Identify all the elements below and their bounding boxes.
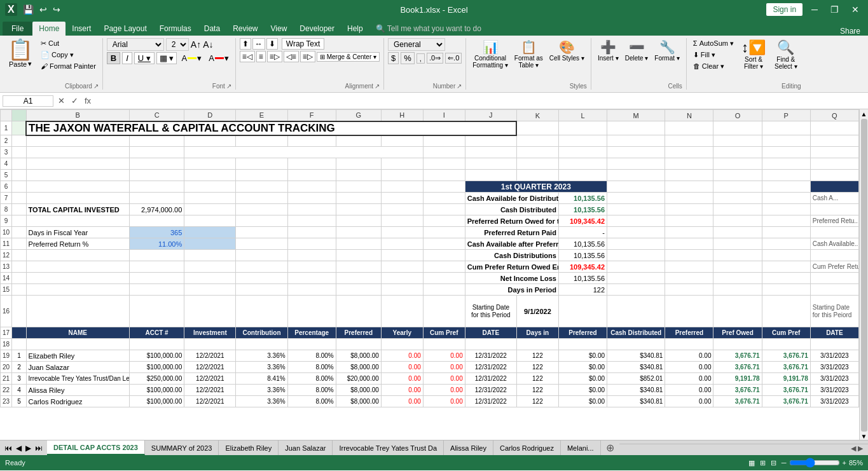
cell-j20[interactable]: 12/31/2022 [465, 362, 516, 373]
bold-button[interactable]: B [107, 52, 120, 64]
add-sheet-button[interactable]: ⊕ [601, 442, 619, 454]
cell-b18[interactable] [26, 339, 129, 350]
cell-i8[interactable] [423, 204, 465, 215]
comma-button[interactable]: , [417, 53, 425, 64]
sheet-tab-juan[interactable]: Juan Salazar [279, 440, 333, 455]
insert-button[interactable]: ➕ Insert ▾ [595, 38, 621, 63]
cell-c14[interactable] [129, 273, 184, 284]
cell-b11-label[interactable]: Preferred Return % [26, 238, 129, 250]
cell-e7[interactable] [236, 193, 287, 204]
cell-g23[interactable]: $8,000.00 [336, 396, 381, 407]
cell-c17-hdr[interactable]: ACCT # [129, 327, 184, 339]
cell-q11[interactable]: Cash Available... [810, 238, 858, 250]
cell-b10-label[interactable]: Days in Fiscal Year [26, 227, 129, 238]
cell-b12[interactable] [26, 250, 129, 261]
cell-p6[interactable] [762, 181, 810, 193]
name-box[interactable] [3, 95, 53, 107]
view-page-break-icon[interactable]: ⊟ [771, 459, 776, 467]
fill-color-button[interactable]: A ▾ [179, 53, 204, 64]
cell-a8[interactable] [12, 204, 26, 215]
cell-e10[interactable] [236, 227, 287, 238]
cell-p19[interactable]: 3,676.71 [762, 350, 810, 362]
cell-c13[interactable] [129, 261, 184, 273]
sheet-tab-melani[interactable]: Melani... [561, 440, 601, 455]
cell-n5[interactable] [665, 170, 713, 181]
increase-decimal-button[interactable]: .0⇒ [427, 53, 443, 64]
cell-h9[interactable] [381, 215, 423, 227]
cell-f9[interactable] [287, 215, 336, 227]
cell-h11[interactable] [381, 238, 423, 250]
cell-q3[interactable] [810, 147, 858, 158]
cell-b15[interactable] [26, 284, 129, 296]
sheet-tab-summary[interactable]: SUMMARY of 2023 [145, 440, 219, 455]
next-sheet-button[interactable]: ▶ [24, 444, 33, 453]
cell-o12[interactable] [713, 250, 762, 261]
cell-o21[interactable]: 9,191.78 [713, 373, 762, 385]
decrease-decimal-button[interactable]: ⇐.0 [445, 53, 462, 64]
cell-q21[interactable]: 3/31/2023 [810, 373, 858, 385]
cell-d20[interactable]: 12/2/2021 [184, 362, 236, 373]
cell-p13[interactable] [762, 261, 810, 273]
cell-j13-label[interactable]: Cum Prefer Return Owed End Of Period [465, 261, 558, 273]
cell-l12-val[interactable]: 10,135.56 [558, 250, 607, 261]
col-header-p[interactable]: P [762, 110, 810, 121]
cell-g10[interactable] [336, 227, 381, 238]
cell-h15[interactable] [381, 284, 423, 296]
col-header-q[interactable]: Q [810, 110, 858, 121]
cell-j18[interactable] [465, 339, 516, 350]
zoom-out-button[interactable]: ─ [782, 459, 787, 467]
font-name-select[interactable]: Arial [107, 38, 164, 51]
cell-d9[interactable] [184, 215, 236, 227]
cell-g18[interactable] [336, 339, 381, 350]
cell-i17-hdr[interactable]: Cum Pref [423, 327, 465, 339]
cell-o11[interactable] [713, 238, 762, 250]
col-header-b[interactable]: B [26, 110, 129, 121]
cell-d22[interactable]: 12/2/2021 [184, 385, 236, 396]
cell-a11[interactable] [12, 238, 26, 250]
cell-b13[interactable] [26, 261, 129, 273]
cell-q6[interactable] [810, 181, 858, 193]
minimize-button[interactable]: ─ [808, 3, 822, 16]
cell-p18[interactable] [762, 339, 810, 350]
cell-a19[interactable]: 1 [12, 350, 26, 362]
confirm-formula-icon[interactable]: ✓ [69, 96, 80, 106]
maximize-button[interactable]: ❐ [827, 3, 843, 16]
fill-button[interactable]: ⬇ Fill ▾ [691, 50, 736, 60]
cell-n11[interactable] [665, 238, 713, 250]
cell-h20[interactable]: 0.00 [381, 362, 423, 373]
cell-b20[interactable]: Juan Salazar [26, 362, 129, 373]
cell-m11[interactable] [607, 238, 665, 250]
cell-a5[interactable] [12, 170, 26, 181]
col-header-m[interactable]: M [607, 110, 665, 121]
cell-q22[interactable]: 3/31/2023 [810, 385, 858, 396]
cell-f21[interactable]: 8.00% [287, 373, 336, 385]
cell-p23[interactable]: 3,676.71 [762, 396, 810, 407]
cell-e11[interactable] [236, 238, 287, 250]
cell-c5[interactable] [129, 170, 184, 181]
cell-q4[interactable] [810, 158, 858, 170]
cell-a12[interactable] [12, 250, 26, 261]
cell-c18[interactable] [129, 339, 184, 350]
tab-page-layout[interactable]: Page Layout [97, 22, 153, 36]
cell-i10[interactable] [423, 227, 465, 238]
cell-j15-label[interactable]: Days in Period [465, 284, 558, 296]
cell-c21[interactable]: $250,000.00 [129, 373, 184, 385]
cell-g14[interactable] [336, 273, 381, 284]
cell-a17[interactable] [12, 327, 26, 339]
cell-p7[interactable] [762, 193, 810, 204]
font-color-button[interactable]: A ▾ [206, 53, 231, 64]
cell-i15[interactable] [423, 284, 465, 296]
sheet-tab-irrevocable[interactable]: Irrevocable Trey Yates Trust Da [333, 440, 444, 455]
cell-d23[interactable]: 12/2/2021 [184, 396, 236, 407]
cell-b17-hdr[interactable]: NAME [26, 327, 129, 339]
cell-m18[interactable] [607, 339, 665, 350]
cell-f15[interactable] [287, 284, 336, 296]
cell-f22[interactable]: 8.00% [287, 385, 336, 396]
find-select-button[interactable]: 🔍 Find &Select ▾ [771, 38, 801, 71]
cell-l13-val[interactable]: 109,345.42 [558, 261, 607, 273]
cell-l20[interactable]: $0.00 [558, 362, 607, 373]
col-header-n[interactable]: N [665, 110, 713, 121]
cell-g2[interactable] [336, 135, 381, 147]
cell-a22[interactable]: 4 [12, 385, 26, 396]
cell-l16[interactable] [558, 296, 607, 327]
